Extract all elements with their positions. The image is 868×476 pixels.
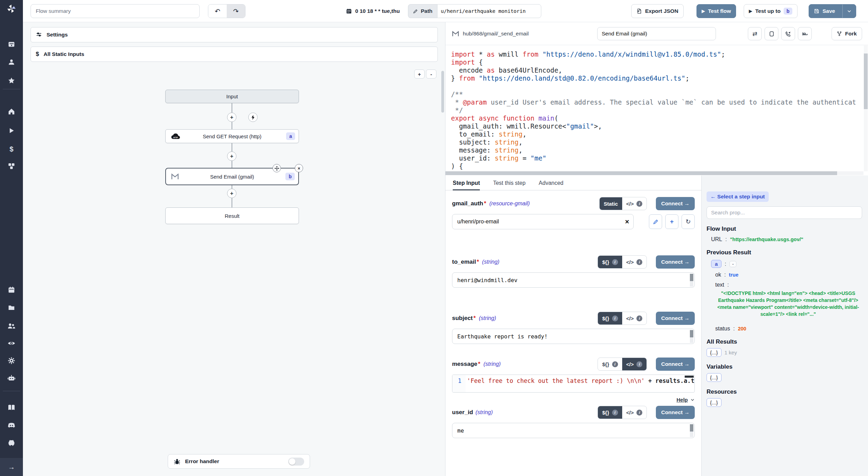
step-a-badge[interactable]: a — [711, 260, 721, 268]
code-vscrollbar[interactable] — [864, 54, 868, 109]
windmill-logo-icon[interactable] — [0, 3, 23, 14]
sidebar-item-workers[interactable] — [0, 373, 23, 383]
collapse-button[interactable]: - — [729, 261, 737, 267]
connect-button[interactable]: Connect → — [656, 406, 695, 419]
all-static-inputs-button[interactable]: $ All Static Inputs — [31, 47, 438, 62]
search-prop-input[interactable] — [707, 206, 862, 219]
connect-button[interactable]: Connect → — [656, 255, 695, 269]
code-mode-button[interactable]: </>i — [622, 406, 647, 419]
help-link[interactable]: Help — [676, 397, 695, 403]
sidebar-item-workspace[interactable] — [0, 39, 23, 50]
static-mode-button[interactable]: Static — [600, 197, 622, 210]
result-a-row[interactable]: a : - — [707, 260, 862, 268]
path-input[interactable] — [437, 4, 541, 18]
schedule-summary[interactable]: 0 10 18 * * tue,thu — [346, 4, 400, 18]
flow-node-http[interactable]: HTTP Send GET Request (http) a — [165, 129, 299, 143]
to-email-input[interactable] — [452, 273, 694, 287]
step-name-input[interactable] — [597, 27, 716, 40]
user-id-input[interactable] — [452, 423, 694, 438]
add-step-button[interactable]: + — [227, 113, 236, 122]
code-mode-button[interactable]: </>i — [622, 358, 647, 370]
template-mode-button[interactable]: ${}i — [598, 312, 622, 325]
tab-advanced[interactable]: Advanced — [539, 175, 564, 190]
flow-input-url-row[interactable]: URL : "https://earthquake.usgs.gov/" — [707, 236, 862, 243]
connect-button[interactable]: Connect → — [656, 312, 695, 325]
template-mode-button[interactable]: ${}i — [598, 358, 622, 370]
result-ok-row[interactable]: ok : true — [707, 272, 862, 278]
sidebar-item-favorites[interactable] — [0, 75, 23, 86]
expand-editor-button[interactable] — [765, 27, 778, 40]
tab-test-this-step[interactable]: Test this step — [493, 175, 525, 190]
sidebar-item-runs[interactable] — [0, 125, 23, 136]
resources-expand-button[interactable]: {...} — [707, 398, 721, 407]
input-scrollbar[interactable] — [690, 424, 693, 437]
sidebar-item-docs[interactable] — [0, 402, 23, 413]
sidebar-item-audit[interactable] — [0, 338, 23, 348]
flow-settings-button[interactable]: Settings — [31, 27, 438, 42]
flow-scrollbar[interactable] — [441, 71, 444, 113]
flow-summary-input[interactable] — [31, 4, 200, 18]
zoom-in-button[interactable]: + — [414, 69, 425, 79]
add-resource-button[interactable]: + — [665, 214, 678, 229]
sidebar-item-settings[interactable] — [0, 355, 23, 366]
flow-node-input[interactable]: Input — [165, 90, 299, 103]
code-editor[interactable]: import * as wmill from "https://deno.lan… — [445, 45, 868, 175]
sidebar-item-home[interactable] — [0, 106, 23, 117]
github-icon[interactable] — [0, 438, 23, 448]
subject-input[interactable] — [452, 329, 694, 344]
result-text-value[interactable]: "<!DOCTYPE html> <html lang="en"> <head>… — [715, 290, 861, 318]
path-edit-button[interactable]: Path — [408, 4, 437, 18]
clear-icon[interactable]: × — [625, 218, 629, 226]
flow-node-result[interactable]: Result — [165, 207, 299, 224]
discord-icon[interactable] — [0, 420, 23, 430]
zoom-out-button[interactable]: - — [426, 69, 436, 79]
result-status-row[interactable]: status : 200 — [707, 326, 862, 332]
tab-step-input[interactable]: Step Input — [453, 175, 480, 190]
sidebar-expand-button[interactable]: → — [0, 458, 23, 476]
connect-button[interactable]: Connect → — [656, 197, 695, 210]
save-dropdown-button[interactable] — [842, 5, 856, 18]
save-button[interactable]: Save — [809, 4, 856, 18]
all-results-expand-button[interactable]: {...} — [707, 348, 721, 357]
code-mode-button[interactable]: </>i — [622, 312, 647, 325]
template-mode-button[interactable]: ${}i — [598, 256, 622, 268]
bench-button[interactable] — [798, 27, 812, 40]
hub-script-path[interactable]: hub/868/gmail/_send_email — [463, 31, 529, 37]
input-scrollbar[interactable] — [690, 274, 693, 287]
input-scrollbar[interactable] — [690, 330, 693, 343]
code-mode-button[interactable]: </>i — [622, 256, 647, 268]
select-step-input-badge[interactable]: ← Select a step input — [707, 191, 769, 202]
undo-button[interactable]: ↶ — [208, 5, 227, 18]
fork-button[interactable]: Fork — [832, 27, 862, 40]
redo-button[interactable]: ↷ — [227, 5, 245, 18]
add-step-button[interactable]: + — [227, 151, 236, 161]
sidebar-item-user[interactable] — [0, 57, 23, 67]
swap-script-button[interactable]: ⇄ — [748, 27, 762, 40]
template-mode-button[interactable]: ${}i — [598, 406, 622, 419]
editor-scrollbar[interactable] — [685, 376, 694, 378]
add-step-button[interactable]: + — [227, 189, 236, 198]
test-up-to-button[interactable]: ▶ Test up to b — [744, 4, 798, 18]
export-json-button[interactable]: Export JSON — [631, 4, 684, 18]
sidebar-item-schedules[interactable] — [0, 285, 23, 295]
refresh-resource-button[interactable]: ↻ — [682, 214, 695, 229]
test-flow-button[interactable]: ▶ Test flow — [696, 4, 736, 18]
trigger-bolt-button[interactable] — [248, 113, 258, 122]
error-handler-bar[interactable]: Error handler — [168, 454, 310, 469]
webhook-button[interactable] — [781, 27, 795, 40]
sidebar-item-variables[interactable]: $ — [0, 144, 23, 154]
code-hscrollbar[interactable] — [445, 171, 863, 175]
sidebar-item-groups[interactable] — [0, 321, 23, 331]
delete-node-button[interactable]: × — [295, 164, 303, 172]
result-text-row[interactable]: text : — [707, 282, 862, 288]
sidebar-item-folders[interactable] — [0, 302, 23, 313]
code-mode-button[interactable]: </>i — [622, 197, 647, 210]
variables-expand-button[interactable]: {...} — [707, 373, 721, 382]
sidebar-item-resources[interactable] — [0, 161, 23, 171]
edit-resource-button[interactable] — [649, 214, 662, 229]
gmail-auth-resource-input[interactable] — [452, 214, 633, 229]
error-handler-toggle[interactable] — [288, 458, 304, 466]
move-node-handle[interactable] — [273, 164, 281, 172]
connect-button[interactable]: Connect → — [656, 358, 695, 371]
message-code-editor[interactable]: 1 'Feel free to check out the latest rep… — [452, 375, 695, 393]
